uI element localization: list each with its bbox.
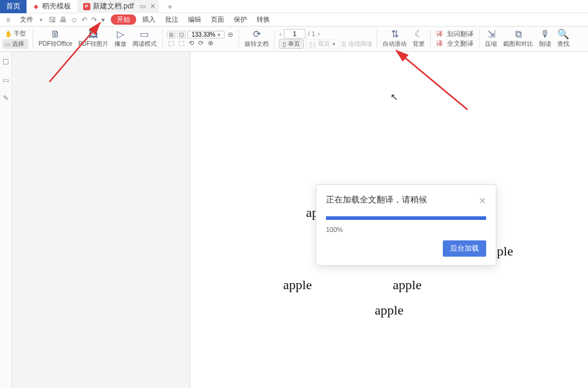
view-continuous[interactable]: ☰连续阅读: [341, 40, 372, 48]
template-icon: ◆: [33, 3, 40, 10]
icon-3[interactable]: ⟲: [187, 39, 195, 47]
mode-hand[interactable]: ✋手型: [2, 29, 28, 39]
tab-doc-label: 新建文档.pdf: [93, 1, 134, 11]
menu-convert[interactable]: 转换: [253, 14, 274, 25]
zoom-value: 133.33%: [192, 31, 215, 38]
tab-bar: 首页 ◆ 稻壳模板 P 新建文档.pdf ▭ ✕ +: [0, 0, 588, 13]
view-single[interactable]: ▯单页: [279, 39, 304, 49]
dialog-title: 正在加载全文翻译，请稍候: [326, 195, 486, 205]
ribbon-read-mode-label: 阅读模式: [133, 40, 157, 48]
print-icon[interactable]: 🖶: [60, 16, 67, 24]
double-icon: ▯▯: [309, 41, 316, 48]
icon-4[interactable]: ⟳: [197, 39, 205, 47]
dialog-button[interactable]: 后台加载: [443, 240, 486, 257]
menu-begin[interactable]: 开始: [111, 14, 136, 25]
ribbon-pdf-image[interactable]: 🖼 PDF转图片: [76, 30, 111, 48]
redo-icon[interactable]: ↷: [91, 16, 97, 24]
thumbnail-icon[interactable]: ▭: [2, 76, 9, 84]
chevron-down-icon[interactable]: ▾: [101, 16, 105, 24]
moon-icon: ☾: [414, 30, 423, 39]
separator: [377, 30, 377, 49]
mode-hand-label: 手型: [14, 30, 26, 38]
view-double[interactable]: ▯▯双页▾: [305, 39, 339, 49]
undo-icon[interactable]: ↶: [81, 16, 87, 24]
ribbon-read-aloud-label: 朗读: [539, 40, 551, 48]
menu-remark[interactable]: 批注: [161, 14, 182, 25]
tab-template[interactable]: ◆ 稻壳模板: [27, 0, 77, 13]
tab-restore-icon[interactable]: ▭: [140, 2, 146, 10]
ribbon-rotate[interactable]: ⟳ 旋转文档: [242, 30, 271, 48]
page-total: / 1: [308, 30, 315, 37]
preview-icon[interactable]: ☺: [70, 16, 78, 24]
menu-protect[interactable]: 保护: [230, 14, 251, 25]
tab-home[interactable]: 首页: [0, 0, 27, 13]
zoom-out-icon[interactable]: ⊖: [227, 31, 234, 39]
pdf-office-icon: 🗎: [51, 30, 60, 39]
ribbon-background[interactable]: ☾ 背景: [410, 30, 427, 48]
ribbon-pdf-office-label: PDF转Office: [39, 40, 72, 48]
ribbon-play[interactable]: ▷ 播放: [112, 30, 129, 48]
separator: [430, 30, 431, 49]
fit-width-icon[interactable]: ⊞: [167, 31, 175, 39]
mode-column: ✋手型 ▭选择: [1, 29, 30, 49]
ribbon-screenshot-compare[interactable]: ⧉ 截图和对比: [501, 30, 536, 48]
ribbon-word-translate-label[interactable]: 划词翻译: [446, 30, 475, 39]
menu-insert[interactable]: 插入: [139, 14, 159, 25]
compress-icon: ⇲: [487, 30, 495, 39]
mode-select[interactable]: ▭选择: [2, 39, 28, 49]
tab-doc[interactable]: P 新建文档.pdf ▭ ✕: [77, 0, 158, 13]
menu-page[interactable]: 页面: [207, 14, 228, 25]
tab-close-icon[interactable]: ✕: [150, 2, 155, 10]
pdf-image-icon: 🖼: [89, 30, 98, 39]
separator: [33, 30, 33, 49]
continuous-icon: ☰: [341, 41, 346, 48]
doc-text: apple: [283, 277, 312, 293]
dialog-close[interactable]: ✕: [479, 196, 486, 205]
save-icon[interactable]: 🖫: [49, 16, 56, 24]
separator: [274, 30, 275, 49]
icon-2[interactable]: ⬚: [177, 39, 186, 47]
page-input[interactable]: [284, 29, 305, 39]
ribbon-compress[interactable]: ⇲ 压缩: [483, 30, 499, 48]
view-continuous-label: 连续阅读: [348, 40, 372, 48]
ribbon-pdf-image-label: PDF转图片: [78, 40, 108, 48]
separator: [479, 30, 480, 49]
cursor-pointer: ↖: [390, 92, 398, 102]
menu-file[interactable]: 文件: [16, 14, 37, 25]
thumbnail-panel: [12, 52, 190, 388]
tab-add[interactable]: +: [163, 2, 177, 11]
loading-dialog: ✕ 正在加载全文翻译，请稍候 100% 后台加载: [316, 184, 496, 266]
icon-1[interactable]: ⬚: [167, 39, 175, 47]
screenshot-icon: ⧉: [515, 30, 522, 39]
menu-quick-icons: 🖫 🖶 ☺ ↶ ↷ ▾: [49, 16, 105, 24]
menu-edit[interactable]: 编辑: [184, 14, 205, 25]
view-double-label: 双页: [318, 40, 330, 48]
read-aloud-icon: 🎙: [540, 30, 550, 39]
hand-icon: ✋: [5, 31, 12, 37]
page-prev-icon[interactable]: ‹: [279, 30, 281, 37]
rotate-icon: ⟳: [253, 30, 261, 39]
ribbon-read-aloud[interactable]: 🎙 朗读: [537, 30, 554, 48]
fit-page-icon[interactable]: ⊡: [177, 31, 186, 39]
doc-text: apple: [375, 302, 404, 318]
ribbon-find-label: 查找: [557, 40, 569, 48]
chevron-down-icon: ▾: [333, 41, 336, 47]
ribbon-find[interactable]: 🔍 查找: [555, 30, 572, 48]
ribbon-pdf-office[interactable]: 🗎 PDF转Office: [36, 30, 75, 48]
single-icon: ▯: [283, 41, 286, 48]
play-icon: ▷: [117, 30, 124, 39]
bookmark-icon[interactable]: ☐: [2, 58, 9, 66]
menu-hamburger-icon[interactable]: ≡: [6, 16, 10, 24]
zoom-in-icon[interactable]: ⊕: [207, 39, 214, 47]
zoom-box[interactable]: 133.33%▾: [187, 31, 225, 39]
page-next-icon[interactable]: ›: [317, 30, 320, 37]
auto-scroll-icon: ⇅: [391, 30, 399, 39]
ribbon-auto-scroll[interactable]: ⇅ 自动滚动: [380, 30, 409, 48]
ribbon-page-nav: ‹ / 1 › ▯单页 ▯▯双页▾ ☰连续阅读: [278, 29, 374, 49]
ribbon-translate: 译划词翻译 译全文翻译: [434, 30, 476, 48]
annotation-icon[interactable]: ✎: [3, 94, 9, 102]
ribbon-read-mode[interactable]: ▭ 阅读模式: [130, 30, 159, 48]
ribbon-full-translate-label[interactable]: 全文翻译: [446, 39, 475, 48]
pdf-icon: P: [83, 3, 90, 10]
menu-bar: ≡ 文件▾ 🖫 🖶 ☺ ↶ ↷ ▾ 开始 插入 批注 编辑 页面 保护 转换: [0, 13, 588, 27]
